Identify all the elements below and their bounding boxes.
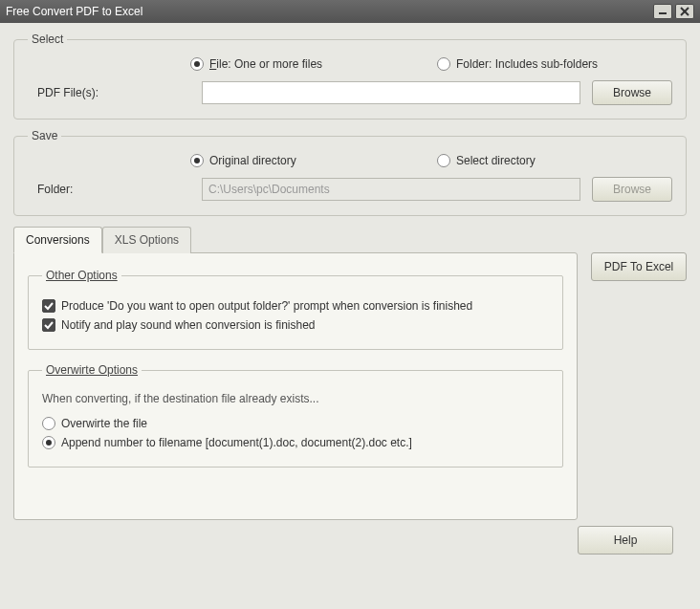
- original-dir-option[interactable]: Original directory: [190, 154, 429, 167]
- notify-checkbox[interactable]: Notify and play sound when conversion is…: [42, 318, 549, 332]
- other-options-legend: Other Options: [42, 269, 121, 282]
- overwrite-legend: Overwirte Options: [42, 363, 142, 377]
- browse-pdf-button[interactable]: Browse: [592, 80, 672, 105]
- overwrite-file-option[interactable]: Overwirte the file: [42, 417, 549, 430]
- folder-radio-option[interactable]: Folder: Includes sub-folders: [437, 57, 598, 71]
- select-dir-option[interactable]: Select directory: [437, 154, 536, 167]
- radio-icon: [190, 57, 204, 71]
- radio-icon: [190, 154, 204, 167]
- folder-label: Folder:: [28, 183, 190, 196]
- radio-icon: [437, 57, 450, 71]
- browse-folder-button: Browse: [592, 177, 672, 202]
- tab-panel-conversions: Other Options Produce 'Do you want to op…: [13, 252, 578, 520]
- pdf-files-label: PDF File(s):: [28, 86, 190, 99]
- overwrite-options-group: Overwirte Options When converting, if th…: [28, 363, 563, 468]
- tab-strip: Conversions XLS Options: [13, 227, 578, 253]
- pdf-to-excel-button[interactable]: PDF To Excel: [591, 252, 687, 281]
- file-radio-option[interactable]: File: One or more files: [190, 57, 429, 71]
- radio-icon: [42, 417, 55, 430]
- prompt-checkbox[interactable]: Produce 'Do you want to open output fold…: [42, 299, 549, 313]
- title-bar: Free Convert PDF to Excel: [0, 0, 700, 23]
- pdf-files-input[interactable]: [202, 81, 580, 104]
- tab-xls-options[interactable]: XLS Options: [102, 227, 191, 253]
- window-title: Free Convert PDF to Excel: [6, 5, 650, 18]
- folder-input: [202, 178, 580, 201]
- append-number-option[interactable]: Append number to filename [document(1).d…: [42, 436, 549, 449]
- save-legend: Save: [28, 129, 61, 142]
- select-legend: Select: [28, 33, 67, 46]
- select-group: Select File: One or more files Folder: I…: [13, 33, 687, 120]
- tab-conversions[interactable]: Conversions: [13, 227, 102, 253]
- checkbox-checked-icon: [42, 318, 55, 332]
- help-button[interactable]: Help: [578, 526, 673, 555]
- other-options-group: Other Options Produce 'Do you want to op…: [28, 269, 563, 350]
- checkbox-checked-icon: [42, 299, 55, 313]
- overwrite-desc: When converting, if the destination file…: [42, 392, 549, 405]
- minimize-button[interactable]: [653, 4, 672, 19]
- close-button[interactable]: [675, 4, 694, 19]
- radio-icon: [42, 436, 55, 449]
- save-group: Save Original directory Select directory…: [13, 129, 687, 216]
- radio-icon: [437, 154, 450, 167]
